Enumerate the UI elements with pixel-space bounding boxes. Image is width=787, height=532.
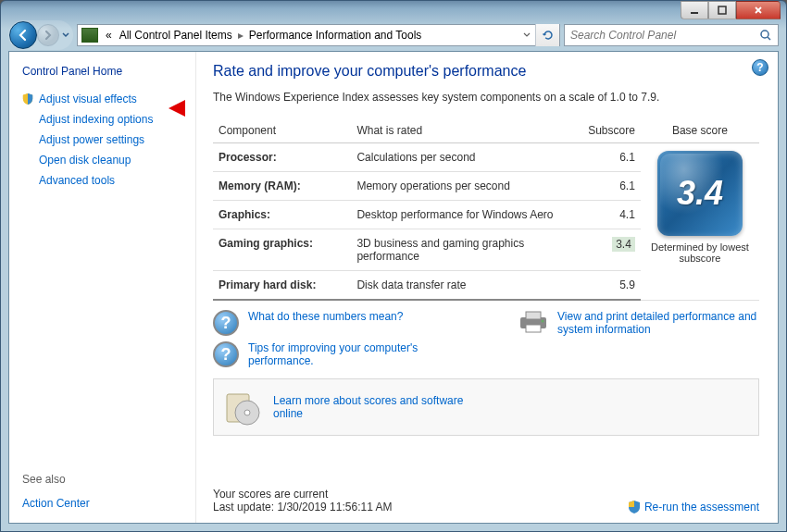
back-button[interactable] bbox=[9, 21, 37, 49]
title-bar bbox=[1, 1, 786, 19]
th-rated: What is rated bbox=[351, 120, 579, 143]
svg-rect-5 bbox=[526, 325, 541, 332]
sidebar-link-advanced[interactable]: Advanced tools bbox=[9, 170, 195, 191]
address-dropdown[interactable] bbox=[518, 24, 535, 46]
chevron-right-icon: ▸ bbox=[236, 29, 245, 42]
control-panel-home-link[interactable]: Control Panel Home bbox=[9, 65, 195, 89]
footer: Your scores are current Last update: 1/3… bbox=[213, 478, 759, 513]
action-center-link[interactable]: Action Center bbox=[9, 493, 195, 513]
shield-icon bbox=[628, 501, 641, 513]
sidebar-link-visual-effects[interactable]: Adjust visual effects bbox=[9, 89, 195, 109]
sidebar-link-indexing[interactable]: Adjust indexing options bbox=[9, 109, 195, 130]
close-button[interactable] bbox=[736, 1, 781, 19]
scores-current-text: Your scores are current bbox=[213, 488, 393, 501]
search-button[interactable] bbox=[754, 24, 778, 46]
intro-text: The Windows Experience Index assesses ke… bbox=[213, 91, 759, 104]
nav-history-dropdown[interactable] bbox=[59, 32, 72, 38]
sidebar-link-power[interactable]: Adjust power settings bbox=[9, 130, 195, 150]
content-frame: Control Panel Home Adjust visual effects… bbox=[8, 51, 779, 524]
toolbar: « All Control Panel Items ▸ Performance … bbox=[8, 19, 779, 51]
svg-rect-0 bbox=[691, 12, 698, 14]
last-update-text: Last update: 1/30/2019 11:56:11 AM bbox=[213, 501, 393, 513]
breadcrumb-level1[interactable]: All Control Panel Items bbox=[116, 25, 236, 45]
link-numbers-mean[interactable]: What do these numbers mean? bbox=[248, 310, 403, 323]
svg-point-6 bbox=[542, 320, 544, 323]
base-score-cell: 3.4 Determined by lowest subscore bbox=[641, 143, 759, 301]
sidebar: Control Panel Home Adjust visual effects… bbox=[9, 52, 196, 523]
question-icon: ? bbox=[213, 341, 239, 367]
svg-point-9 bbox=[244, 410, 250, 415]
th-base: Base score bbox=[641, 120, 759, 143]
svg-rect-4 bbox=[526, 312, 541, 319]
th-component: Component bbox=[213, 120, 351, 143]
address-bar[interactable]: « All Control Panel Items ▸ Performance … bbox=[77, 24, 560, 46]
rerun-assessment-link[interactable]: Re-run the assessment bbox=[628, 501, 759, 513]
refresh-button[interactable] bbox=[535, 24, 559, 46]
svg-point-2 bbox=[761, 31, 768, 38]
forward-button bbox=[37, 24, 59, 46]
table-row: Processor: Calculations per second 6.1 3… bbox=[213, 143, 759, 172]
svg-rect-1 bbox=[718, 6, 726, 14]
info-box: Learn more about scores and software onl… bbox=[213, 378, 759, 436]
base-score-badge: 3.4 bbox=[657, 151, 743, 236]
minimize-button[interactable] bbox=[681, 1, 708, 19]
see-also-header: See also bbox=[9, 473, 195, 493]
link-tips[interactable]: Tips for improving your computer's perfo… bbox=[248, 341, 461, 367]
control-panel-icon bbox=[81, 28, 98, 43]
search-input[interactable] bbox=[565, 29, 754, 42]
sidebar-link-label: Adjust visual effects bbox=[39, 93, 137, 105]
link-print-details[interactable]: View and print detailed performance and … bbox=[557, 310, 759, 336]
page-title: Rate and improve your computer's perform… bbox=[213, 63, 759, 80]
breadcrumb-prefix[interactable]: « bbox=[102, 25, 116, 45]
breadcrumb-level2[interactable]: Performance Information and Tools bbox=[245, 25, 426, 45]
shield-icon bbox=[22, 93, 33, 105]
help-icon[interactable]: ? bbox=[752, 59, 768, 76]
sidebar-link-cleanup[interactable]: Open disk cleanup bbox=[9, 150, 195, 170]
main-content: ? Rate and improve your computer's perfo… bbox=[196, 52, 778, 523]
th-subscore: Subscore bbox=[579, 120, 641, 143]
link-learn-more[interactable]: Learn more about scores and software onl… bbox=[273, 394, 486, 420]
software-icon bbox=[223, 389, 260, 426]
window-frame: « All Control Panel Items ▸ Performance … bbox=[0, 0, 787, 532]
question-icon: ? bbox=[213, 310, 239, 336]
printer-icon bbox=[518, 310, 548, 334]
maximize-button[interactable] bbox=[708, 1, 736, 19]
search-box bbox=[564, 24, 779, 46]
score-table: Component What is rated Subscore Base sc… bbox=[213, 120, 759, 301]
